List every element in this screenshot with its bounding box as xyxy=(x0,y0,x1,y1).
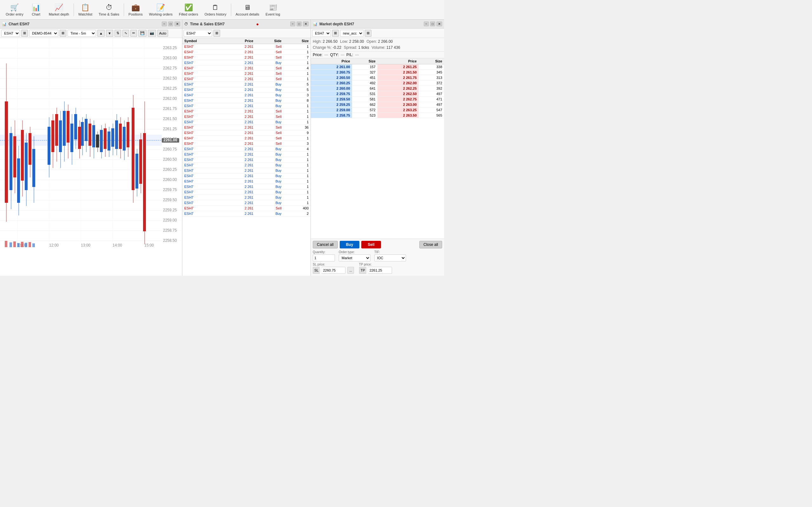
chart-draw-btn[interactable]: ✏ xyxy=(131,30,137,37)
md-row-6[interactable]: 2 259.50 581 2 262.75 471 xyxy=(311,97,444,102)
md-expand-btn[interactable]: □ xyxy=(430,21,435,26)
ts-row-20[interactable]: ESH7 2 261 Buy 1 xyxy=(183,152,310,157)
chart-expand-btn[interactable]: □ xyxy=(168,21,173,26)
toolbar-item-positions[interactable]: 💼 Positions xyxy=(125,1,146,19)
toolbar-item-filled-orders[interactable]: ✅ Filled orders xyxy=(176,1,201,19)
chart-tf-dn-btn[interactable]: ▼ xyxy=(106,30,113,37)
ts-row-18[interactable]: ESH7 2 261 Sell 3 xyxy=(183,141,310,147)
md-row-9[interactable]: 2 258.75 523 2 263.50 565 xyxy=(311,113,444,118)
md-account-btn[interactable]: ⊞ xyxy=(365,30,371,37)
ts-row-17[interactable]: ESH7 2 261 Sell 1 xyxy=(183,135,310,141)
ts-symbol-btn[interactable]: ⊞ xyxy=(213,30,220,37)
md-row-3[interactable]: 2 260.25 492 2 262.00 372 xyxy=(311,80,444,86)
chart-tf-up-btn[interactable]: ▲ xyxy=(97,30,105,37)
ts-row-29[interactable]: ESH7 2 261 Buy 1 xyxy=(183,200,310,206)
toolbar-item-orders-history[interactable]: 🗒 Orders history xyxy=(201,1,230,19)
ts-row-27[interactable]: ESH7 2 261 Buy 1 xyxy=(183,189,310,195)
ts-row-7[interactable]: ESH7 2 261 Buy 5 xyxy=(183,82,310,87)
ts-row-30[interactable]: ESH7 2 261 Sell 400 xyxy=(183,206,310,211)
ts-row-31[interactable]: ESH7 2 261 Buy 2 xyxy=(183,211,310,216)
ts-row-26[interactable]: ESH7 2 261 Buy 1 xyxy=(183,184,310,189)
chart-auto-btn[interactable]: Auto xyxy=(157,30,168,37)
md-symbol-btn[interactable]: ⊞ xyxy=(332,30,339,37)
ts-row-23[interactable]: ESH7 2 261 Buy 1 xyxy=(183,168,310,173)
ts-table[interactable]: Symbol Price Side Size ESH7 2 261 Sell 1… xyxy=(183,38,310,276)
chart-camera-btn[interactable]: 📷 xyxy=(148,30,156,37)
ts-price-24: 2 261 xyxy=(223,173,255,179)
chart-pin-btn[interactable]: − xyxy=(162,21,167,26)
toolbar-item-time-sales[interactable]: ⏱ Time & Sales xyxy=(96,1,122,19)
order-type-select[interactable]: Market Limit Stop xyxy=(339,255,370,262)
ts-row-4[interactable]: ESH7 2 261 Sell 4 xyxy=(183,66,310,71)
quantity-input[interactable] xyxy=(313,255,335,262)
ts-row-13[interactable]: ESH7 2 261 Sell 1 xyxy=(183,114,310,119)
chart-indicators-btn[interactable]: ∿ xyxy=(122,30,129,37)
cancel-all-btn[interactable]: Cancel all xyxy=(313,241,338,248)
ts-row-25[interactable]: ESH7 2 261 Buy 1 xyxy=(183,179,310,184)
ts-row-14[interactable]: ESH7 2 261 Buy 1 xyxy=(183,119,310,125)
chart-area[interactable]: 2263.25 2263.00 2262.75 2262.50 2262.25 … xyxy=(0,38,182,276)
md-pin-btn[interactable]: − xyxy=(424,21,429,26)
ts-row-19[interactable]: ESH7 2 261 Buy 4 xyxy=(183,147,310,152)
ts-row-15[interactable]: ESH7 2 261 Sell 36 xyxy=(183,125,310,130)
ts-row-9[interactable]: ESH7 2 261 Buy 3 xyxy=(183,93,310,98)
chart-account-btn[interactable]: ⊞ xyxy=(60,30,66,37)
ts-row-12[interactable]: ESH7 2 261 Sell 1 xyxy=(183,109,310,114)
chart-save-btn[interactable]: 💾 xyxy=(138,30,147,37)
ts-row-16[interactable]: ESH7 2 261 Sell 9 xyxy=(183,130,310,135)
md-row-7[interactable]: 2 259.25 662 2 263.00 497 xyxy=(311,102,444,107)
ts-row-11[interactable]: ESH7 2 261 Buy 1 xyxy=(183,103,310,109)
toolbar-item-market-depth[interactable]: 📈 Market depth xyxy=(46,1,72,19)
ts-close-btn[interactable]: ✕ xyxy=(303,21,309,26)
md-row-8[interactable]: 2 259.00 572 2 263.25 547 xyxy=(311,107,444,113)
ts-pin-btn[interactable]: − xyxy=(290,21,295,26)
toolbar-item-chart[interactable]: 📊 Chart xyxy=(27,1,46,19)
tp-input[interactable] xyxy=(368,267,392,274)
md-row-2[interactable]: 2 260.50 451 2 261.75 313 xyxy=(311,75,444,80)
ts-expand-btn[interactable]: □ xyxy=(297,21,302,26)
md-spread-label: Spread: 1 ticks xyxy=(344,45,369,51)
md-row-4[interactable]: 2 260.00 641 2 262.25 392 xyxy=(311,86,444,91)
ts-row-5[interactable]: ESH7 2 261 Sell 1 xyxy=(183,71,310,76)
md-row-0[interactable]: 2 261.00 157 2 261.25 338 xyxy=(311,64,444,70)
buy-btn[interactable]: Buy xyxy=(340,241,360,248)
toolbar-item-account-details[interactable]: 🖥 Account details xyxy=(233,1,263,19)
chart-account-select[interactable]: DEMO-8544 xyxy=(29,30,58,37)
ts-row-21[interactable]: ESH7 2 261 Buy 1 xyxy=(183,157,310,163)
md-row-1[interactable]: 2 260.75 327 2 261.50 345 xyxy=(311,70,444,75)
ts-symbol-select[interactable]: ESH7 xyxy=(184,30,212,37)
ts-row-1[interactable]: ESH7 2 261 Sell 1 xyxy=(183,49,310,55)
tif-select[interactable]: IOC DAY GTC xyxy=(374,255,406,262)
chart-symbol-btn[interactable]: ⊞ xyxy=(21,30,28,37)
ts-row-6[interactable]: ESH7 2 261 Sell 1 xyxy=(183,76,310,82)
chart-timeframe-select[interactable]: Time - 5m xyxy=(67,30,96,37)
chart-close-btn[interactable]: ✕ xyxy=(174,21,180,26)
ts-size-27: 1 xyxy=(283,189,310,195)
ts-row-2[interactable]: ESH7 2 261 Sell 7 xyxy=(183,55,310,60)
ts-row-24[interactable]: ESH7 2 261 Buy 1 xyxy=(183,173,310,179)
md-close-btn[interactable]: ✕ xyxy=(437,21,442,26)
ts-row-8[interactable]: ESH7 2 261 Buy 5 xyxy=(183,87,310,93)
sl-btn[interactable]: ... xyxy=(347,267,354,274)
ts-panel-controls: − □ ✕ xyxy=(290,21,309,26)
ts-row-22[interactable]: ESH7 2 261 Buy 1 xyxy=(183,163,310,168)
chart-compare-btn[interactable]: ⇅ xyxy=(114,30,121,37)
sell-btn[interactable]: Sell xyxy=(361,241,380,248)
toolbar-item-order-entry[interactable]: 🛒 Order entry xyxy=(3,1,27,19)
toolbar-item-watchlist[interactable]: 📋 Watchlist xyxy=(75,1,96,19)
toolbar-item-event-log[interactable]: 📰 Event log xyxy=(262,1,283,19)
toolbar-item-working-orders[interactable]: 📝 Working orders xyxy=(146,1,176,19)
close-all-btn[interactable]: Close all xyxy=(419,241,442,248)
ts-row-10[interactable]: ESH7 2 261 Buy 8 xyxy=(183,98,310,103)
md-account-select[interactable]: new_acc xyxy=(340,30,363,37)
md-table-area[interactable]: Price Size Price Size 2 261.00 157 2 261… xyxy=(311,58,444,239)
sl-input[interactable] xyxy=(322,267,345,274)
ts-row-0[interactable]: ESH7 2 261 Sell 1 xyxy=(183,44,310,49)
svg-text:2260.75: 2260.75 xyxy=(163,147,177,152)
ts-row-28[interactable]: ESH7 2 261 Buy 1 xyxy=(183,195,310,200)
ts-row-3[interactable]: ESH7 2 261 Buy 1 xyxy=(183,60,310,66)
chart-symbol-select[interactable]: ESH7 xyxy=(1,30,20,37)
md-symbol-select[interactable]: ESH7 xyxy=(312,30,331,37)
svg-rect-109 xyxy=(115,120,118,149)
md-row-5[interactable]: 2 259.75 531 2 262.50 497 xyxy=(311,91,444,97)
